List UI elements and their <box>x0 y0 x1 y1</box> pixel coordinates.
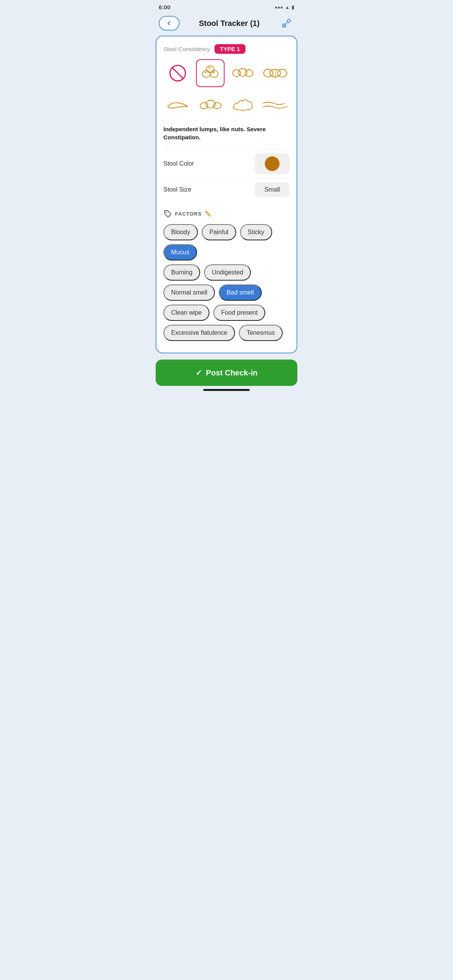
post-button-label: Post Check-in <box>206 368 257 377</box>
stool-lumps-icon <box>198 61 223 86</box>
status-icons: ●●● ▲ ▮ <box>275 5 294 10</box>
factors-section: FACTORS ✏️ Bloody Painful Sticky Mucus B… <box>163 209 290 341</box>
stool-type-5[interactable] <box>196 91 225 119</box>
stool-size-label: Stool Size <box>163 186 191 193</box>
tag-bloody[interactable]: Bloody <box>163 224 198 240</box>
action-icon[interactable] <box>279 15 294 31</box>
stool-type-6[interactable] <box>228 91 257 119</box>
factors-tags-row-3: Normal smell Bad smell <box>163 284 290 301</box>
svg-point-21 <box>166 212 167 213</box>
factors-tags-row-5: Excessive flatulence Tenesmus <box>163 325 290 341</box>
svg-point-10 <box>213 72 214 73</box>
stool-description: Independent lumps, like nuts. Severe Con… <box>163 125 290 141</box>
stool-fluffy-icon <box>230 95 255 115</box>
main-card: Stool Consistency TYPE 1 <box>156 36 297 353</box>
svg-point-9 <box>205 72 206 73</box>
color-swatch <box>265 156 280 171</box>
tag-tenesmus[interactable]: Tenesmus <box>239 325 283 341</box>
stool-color-picker[interactable] <box>255 153 290 174</box>
home-indicator <box>203 389 250 391</box>
stool-type-3[interactable] <box>261 59 290 87</box>
signal-icon: ●●● <box>275 5 283 10</box>
stool-liquid-icon <box>261 98 289 112</box>
no-stool-icon <box>168 63 188 83</box>
svg-point-18 <box>200 103 208 109</box>
factors-edit-icon[interactable]: ✏️ <box>205 211 211 217</box>
tag-bad-smell[interactable]: Bad smell <box>219 284 261 301</box>
svg-line-3 <box>286 22 288 24</box>
tag-clean-wipe[interactable]: Clean wipe <box>163 305 209 321</box>
back-button[interactable] <box>159 16 180 31</box>
nav-bar: Stool Tracker (1) <box>151 12 302 36</box>
stool-type-0[interactable] <box>163 59 192 87</box>
page-title: Stool Tracker (1) <box>199 19 260 28</box>
chevron-left-icon <box>166 21 172 26</box>
stool-banana-icon <box>165 98 190 112</box>
factors-tags-row-2: Burning Undigested <box>163 264 290 281</box>
svg-point-20 <box>213 103 221 109</box>
svg-line-5 <box>172 68 183 79</box>
battery-icon: ▮ <box>292 5 294 10</box>
tag-sticky[interactable]: Sticky <box>240 224 272 240</box>
tag-burning[interactable]: Burning <box>163 264 200 281</box>
stool-lumpy-sausage-icon <box>230 63 255 83</box>
tag-icon <box>163 209 172 218</box>
type-badge: TYPE 1 <box>214 44 245 54</box>
tag-excessive-flatulence[interactable]: Excessive flatulence <box>163 325 235 341</box>
factors-header: FACTORS ✏️ <box>163 209 290 218</box>
status-bar: 6:00 ●●● ▲ ▮ <box>151 0 302 12</box>
wifi-icon: ▲ <box>285 5 290 10</box>
stool-blobs-icon <box>198 95 223 115</box>
svg-point-7 <box>210 70 218 77</box>
factors-tags-row-4: Clean wipe Food present <box>163 305 290 321</box>
tag-food-present[interactable]: Food present <box>213 305 265 321</box>
stool-type-2[interactable] <box>228 59 257 87</box>
stool-color-label: Stool Color <box>163 160 194 167</box>
svg-point-11 <box>209 67 210 69</box>
svg-point-6 <box>202 70 210 77</box>
stool-type-1[interactable] <box>196 59 225 87</box>
stool-cracked-sausage-icon <box>261 63 289 83</box>
stool-consistency-label: Stool Consistency TYPE 1 <box>163 44 290 54</box>
stool-size-picker[interactable]: Small <box>255 182 290 197</box>
stool-type-4[interactable] <box>163 91 192 119</box>
post-checkin-button[interactable]: ✓ Post Check-in <box>156 360 297 386</box>
stool-size-row: Stool Size Small <box>163 178 290 201</box>
tag-normal-smell[interactable]: Normal smell <box>163 284 215 301</box>
svg-point-14 <box>245 70 253 77</box>
edit-icon <box>281 18 292 29</box>
svg-point-17 <box>278 69 287 77</box>
factors-title: FACTORS <box>175 211 202 217</box>
status-time: 6:00 <box>159 4 170 10</box>
stool-type-7[interactable] <box>261 91 290 119</box>
tag-painful[interactable]: Painful <box>202 224 236 240</box>
stool-type-grid <box>163 59 290 119</box>
checkmark-icon: ✓ <box>196 368 202 377</box>
stool-color-row: Stool Color <box>163 149 290 178</box>
factors-tags-row-1: Bloody Painful Sticky Mucus <box>163 224 290 260</box>
tag-undigested[interactable]: Undigested <box>204 264 251 281</box>
tag-mucus[interactable]: Mucus <box>163 244 197 260</box>
